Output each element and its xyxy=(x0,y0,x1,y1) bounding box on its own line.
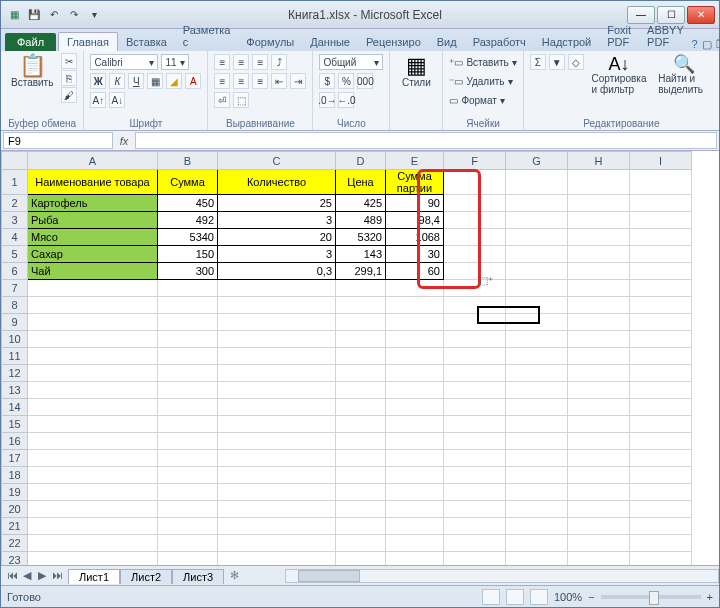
cell-B17[interactable] xyxy=(158,450,218,467)
minimize-ribbon-icon[interactable]: ▢ xyxy=(702,38,712,51)
cell-C21[interactable] xyxy=(218,518,336,535)
align-right-icon[interactable]: ≡ xyxy=(252,73,268,89)
cell-B3[interactable]: 492 xyxy=(158,212,218,229)
tab-review[interactable]: Рецензиро xyxy=(358,33,429,51)
cell-A19[interactable] xyxy=(28,484,158,501)
cell-C20[interactable] xyxy=(218,501,336,518)
comma-icon[interactable]: 000 xyxy=(357,73,373,89)
cell-H18[interactable] xyxy=(568,467,630,484)
paste-button[interactable]: 📋 Вставить xyxy=(7,53,57,90)
tab-insert[interactable]: Вставка xyxy=(118,33,175,51)
cell-D22[interactable] xyxy=(336,535,386,552)
decrease-decimal-icon[interactable]: ←.0 xyxy=(338,92,354,108)
cell-B4[interactable]: 5340 xyxy=(158,229,218,246)
cell-B19[interactable] xyxy=(158,484,218,501)
cell-A6[interactable]: Чай xyxy=(28,263,158,280)
col-header-E[interactable]: E xyxy=(386,152,444,170)
tab-home[interactable]: Главная xyxy=(58,32,118,51)
col-header-D[interactable]: D xyxy=(336,152,386,170)
cell-D9[interactable] xyxy=(336,314,386,331)
save-icon[interactable]: 💾 xyxy=(25,6,43,24)
align-bottom-icon[interactable]: ≡ xyxy=(252,54,268,70)
cell-G3[interactable] xyxy=(506,212,568,229)
new-sheet-icon[interactable]: ✻ xyxy=(224,569,245,582)
cell-I5[interactable] xyxy=(630,246,692,263)
cell-D14[interactable] xyxy=(336,399,386,416)
cell-C16[interactable] xyxy=(218,433,336,450)
fill-color-icon[interactable]: ◢ xyxy=(166,73,182,89)
grid[interactable]: ABCDEFGHI1Наименование товараСуммаКоличе… xyxy=(1,151,692,565)
sheet-nav-prev-icon[interactable]: ◀ xyxy=(20,569,34,582)
tab-formulas[interactable]: Формулы xyxy=(238,33,302,51)
merge-icon[interactable]: ⬚ xyxy=(233,92,249,108)
cell-A14[interactable] xyxy=(28,399,158,416)
delete-cells-button[interactable]: ⁻▭Удалить▾ xyxy=(449,72,516,90)
cell-G18[interactable] xyxy=(506,467,568,484)
cell-A8[interactable] xyxy=(28,297,158,314)
row-header-1[interactable]: 1 xyxy=(2,170,28,195)
cell-I6[interactable] xyxy=(630,263,692,280)
cell-F15[interactable] xyxy=(444,416,506,433)
fx-icon[interactable]: fx xyxy=(115,135,133,147)
cell-G13[interactable] xyxy=(506,382,568,399)
cell-B16[interactable] xyxy=(158,433,218,450)
cell-C4[interactable]: 20 xyxy=(218,229,336,246)
cell-F3[interactable] xyxy=(444,212,506,229)
cell-D18[interactable] xyxy=(336,467,386,484)
cell-I2[interactable] xyxy=(630,195,692,212)
cell-D5[interactable]: 143 xyxy=(336,246,386,263)
fill-icon[interactable]: ▼ xyxy=(549,54,565,70)
cell-G10[interactable] xyxy=(506,331,568,348)
format-painter-icon[interactable]: 🖌 xyxy=(61,87,77,103)
cell-F21[interactable] xyxy=(444,518,506,535)
sort-filter-button[interactable]: A↓Сортировка и фильтр xyxy=(588,53,650,97)
redo-icon[interactable]: ↷ xyxy=(65,6,83,24)
cell-F7[interactable] xyxy=(444,280,506,297)
cell-C2[interactable]: 25 xyxy=(218,195,336,212)
cell-B8[interactable] xyxy=(158,297,218,314)
cell-E2[interactable]: 90 xyxy=(386,195,444,212)
cell-C22[interactable] xyxy=(218,535,336,552)
shrink-font-icon[interactable]: A↓ xyxy=(109,92,125,108)
cell-D21[interactable] xyxy=(336,518,386,535)
currency-icon[interactable]: $ xyxy=(319,73,335,89)
cell-D8[interactable] xyxy=(336,297,386,314)
sheet-tab-2[interactable]: Лист2 xyxy=(120,569,172,584)
row-header-16[interactable]: 16 xyxy=(2,433,28,450)
cell-A22[interactable] xyxy=(28,535,158,552)
cell-D11[interactable] xyxy=(336,348,386,365)
row-header-11[interactable]: 11 xyxy=(2,348,28,365)
insert-cells-button[interactable]: ⁺▭Вставить▾ xyxy=(449,53,516,71)
col-header-F[interactable]: F xyxy=(444,152,506,170)
cell-F9[interactable] xyxy=(444,314,506,331)
cell-B20[interactable] xyxy=(158,501,218,518)
row-header-13[interactable]: 13 xyxy=(2,382,28,399)
cell-C10[interactable] xyxy=(218,331,336,348)
cell-F18[interactable] xyxy=(444,467,506,484)
cell-H16[interactable] xyxy=(568,433,630,450)
cell-G5[interactable] xyxy=(506,246,568,263)
cell-A18[interactable] xyxy=(28,467,158,484)
cell-A10[interactable] xyxy=(28,331,158,348)
cell-D10[interactable] xyxy=(336,331,386,348)
cell-E5[interactable]: 30 xyxy=(386,246,444,263)
undo-icon[interactable]: ↶ xyxy=(45,6,63,24)
row-header-15[interactable]: 15 xyxy=(2,416,28,433)
cell-C11[interactable] xyxy=(218,348,336,365)
cell-I8[interactable] xyxy=(630,297,692,314)
cell-D19[interactable] xyxy=(336,484,386,501)
qat-dropdown-icon[interactable]: ▾ xyxy=(85,6,103,24)
cell-E15[interactable] xyxy=(386,416,444,433)
cell-B6[interactable]: 300 xyxy=(158,263,218,280)
cell-F17[interactable] xyxy=(444,450,506,467)
window-restore-icon[interactable]: ❐ xyxy=(716,38,720,51)
cell-I10[interactable] xyxy=(630,331,692,348)
cell-B18[interactable] xyxy=(158,467,218,484)
file-tab[interactable]: Файл xyxy=(5,33,56,51)
cell-E19[interactable] xyxy=(386,484,444,501)
col-header-A[interactable]: A xyxy=(28,152,158,170)
cell-D13[interactable] xyxy=(336,382,386,399)
cell-A2[interactable]: Картофель xyxy=(28,195,158,212)
cell-E8[interactable] xyxy=(386,297,444,314)
cell-I14[interactable] xyxy=(630,399,692,416)
